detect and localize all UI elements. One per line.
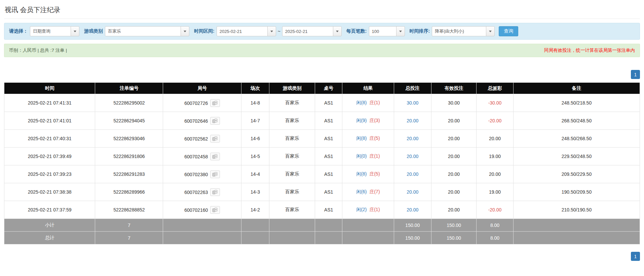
table-number-cell: AS1: [315, 165, 342, 183]
date-from-input[interactable]: [217, 26, 268, 36]
chevron-down-icon: [184, 31, 186, 32]
search-button[interactable]: 查询: [499, 26, 518, 36]
game-road-icon: [212, 190, 218, 194]
total-bet-link[interactable]: 20.00: [407, 154, 418, 159]
session-cell: 14-7: [241, 112, 269, 130]
page-size-dropdown-button[interactable]: [396, 26, 405, 36]
date-to-dropdown-button[interactable]: [333, 26, 342, 36]
page-1-button[interactable]: 1: [631, 252, 640, 261]
page-size-input[interactable]: [369, 26, 396, 36]
game-type-input[interactable]: [105, 26, 181, 36]
date-range-label: 时间区间:: [194, 28, 215, 34]
game-road-icon-button[interactable]: [210, 188, 220, 196]
game-road-icon-button[interactable]: [210, 170, 220, 178]
query-type-combobox: [30, 26, 79, 36]
total-bet-link[interactable]: 20.00: [407, 136, 418, 141]
game-road-icon: [212, 154, 218, 159]
round-id: 600702562: [184, 136, 208, 141]
bet-id-cell: 522286289966: [95, 183, 163, 201]
total-bet-link[interactable]: 20.00: [407, 171, 418, 177]
result-cell: 闲(2) 庄(1): [342, 201, 394, 219]
total-bet-cell: 20.00: [394, 183, 431, 201]
bet-id-cell: 522286291806: [95, 148, 163, 165]
result-cell: 闲(0) 庄(1): [342, 148, 394, 165]
session-cell: 14-3: [241, 183, 269, 201]
total-bet-link[interactable]: 20.00: [407, 118, 418, 123]
payout-cell: -20.00: [477, 112, 514, 130]
result-player: 闲(8): [356, 100, 367, 105]
time-cell: 2025-02-21 07:41:31: [4, 94, 95, 112]
table-row: 2025-02-21 07:37:59 522286288852 6007021…: [4, 201, 640, 219]
round-id: 600702726: [184, 100, 208, 106]
date-from-combobox: [217, 26, 276, 36]
bet-id-cell: 522286291283: [95, 165, 163, 183]
subtotal-total-bet: 150.00: [394, 219, 431, 232]
remark-cell: 248.50/218.50: [513, 94, 640, 112]
game-road-icon-button[interactable]: [210, 99, 220, 107]
game-road-icon-button[interactable]: [210, 135, 220, 143]
round-cell: 600702646: [163, 112, 241, 130]
session-cell: 14-6: [241, 130, 269, 148]
total-bet-cell: 20.00: [394, 112, 431, 130]
total-bet-link[interactable]: 20.00: [407, 189, 418, 195]
table-number-cell: AS1: [315, 183, 342, 201]
table-number-cell: AS1: [315, 201, 342, 219]
result-banker: 庄(1): [369, 207, 380, 212]
total-bet-link[interactable]: 30.00: [407, 100, 418, 106]
date-to-input[interactable]: [282, 26, 333, 36]
session-cell: 14-5: [241, 148, 269, 165]
result-player: 闲(0): [356, 153, 367, 159]
column-header: 局号: [163, 83, 241, 94]
game-type-dropdown-button[interactable]: [181, 26, 189, 36]
column-header: 有效投注: [431, 83, 477, 94]
column-header: 注单编号: [95, 83, 163, 94]
bet-id-cell: 522286295002: [95, 94, 163, 112]
subtotal-payout: 8.00: [477, 219, 514, 232]
query-type-input[interactable]: [30, 26, 71, 36]
result-banker: 庄(1): [369, 153, 380, 159]
sort-order-dropdown-button[interactable]: [486, 26, 495, 36]
result-player: 闲(6): [356, 189, 367, 194]
time-cell: 2025-02-21 07:37:59: [4, 201, 95, 219]
game-road-icon: [212, 101, 218, 105]
chevron-down-icon: [336, 31, 339, 32]
table-row: 2025-02-21 07:40:31 522286293046 6007025…: [4, 130, 640, 148]
round-cell: 600702562: [163, 130, 241, 148]
date-from-dropdown-button[interactable]: [267, 26, 276, 36]
game-road-icon-button[interactable]: [210, 117, 220, 125]
game-road-icon-button[interactable]: [210, 206, 220, 214]
payout-cell: -20.00: [477, 201, 514, 219]
bet-id-cell: 522286288852: [95, 201, 163, 219]
query-type-dropdown-button[interactable]: [71, 26, 79, 36]
round-cell: 600702380: [163, 165, 241, 183]
page-1-button[interactable]: 1: [631, 70, 640, 79]
game-road-icon-button[interactable]: [210, 153, 220, 160]
game-road-icon: [212, 172, 218, 176]
time-cell: 2025-02-21 07:40:31: [4, 130, 95, 148]
column-header: 备注: [513, 83, 640, 94]
game-road-icon: [212, 136, 218, 141]
total-total-bet: 150.00: [394, 232, 431, 244]
valid-bet-cell: 20.00: [431, 130, 477, 148]
result-player: 闲(9): [356, 118, 367, 123]
total-bet-link[interactable]: 20.00: [407, 207, 418, 212]
round-cell: 600702263: [163, 183, 241, 201]
round-id: 600702646: [184, 118, 208, 123]
table-number-cell: AS1: [315, 130, 342, 148]
result-player: 闲(8): [356, 135, 367, 141]
game-type-cell: 百家乐: [269, 148, 315, 165]
payout-cell: 20.00: [477, 130, 514, 148]
date-to-combobox: [282, 26, 342, 36]
payout-cell: -30.00: [477, 94, 514, 112]
sort-order-input[interactable]: [432, 26, 486, 36]
result-player: 闲(8): [356, 171, 367, 176]
subtotal-row: 小计 7 150.00 150.00 8.00: [4, 219, 640, 232]
valid-bet-cell: 20.00: [431, 201, 477, 219]
total-row: 总计 7 150.00 150.00 8.00: [4, 232, 640, 244]
remark-cell: 210.50/190.50: [513, 201, 640, 219]
total-bet-cell: 20.00: [394, 148, 431, 165]
subtotal-count: 7: [95, 219, 163, 232]
pagination-top: 1: [4, 70, 640, 79]
round-cell: 600702726: [163, 94, 241, 112]
sort-order-label: 时间排序:: [410, 28, 430, 34]
